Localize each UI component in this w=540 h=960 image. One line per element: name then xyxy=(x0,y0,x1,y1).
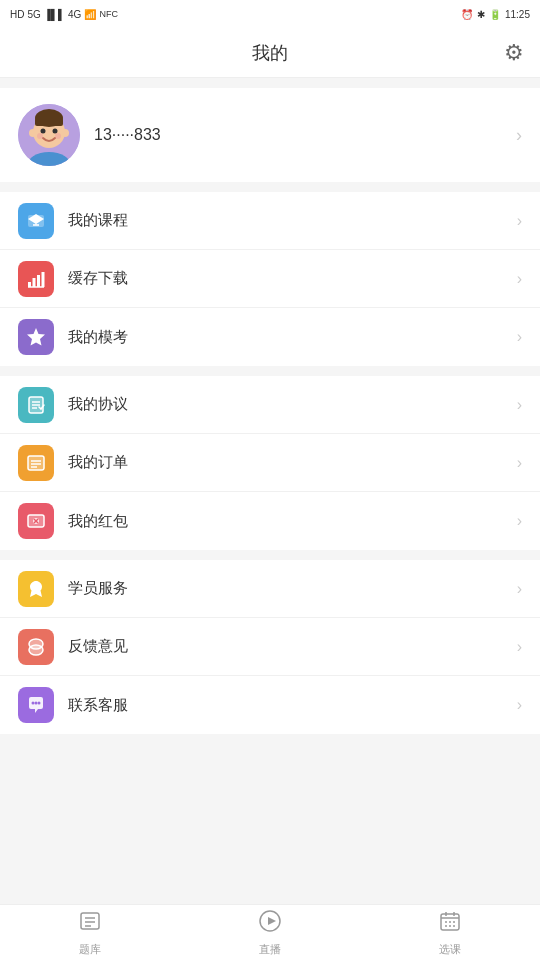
settings-icon[interactable]: ⚙ xyxy=(504,40,524,66)
my-order-label: 我的订单 xyxy=(68,453,517,472)
contact-service-label: 联系客服 xyxy=(68,696,517,715)
menu-item-my-course[interactable]: 我的课程 › xyxy=(0,192,540,250)
svg-point-7 xyxy=(53,129,58,134)
menu-item-my-order[interactable]: 我的订单 › xyxy=(0,434,540,492)
question-bank-tab-label: 题库 xyxy=(79,942,101,957)
status-bar: HD 5G ▐▌▌ 4G 📶 NFC ⏰ ✱ 🔋 11:25 xyxy=(0,0,540,28)
contact-service-icon xyxy=(18,687,54,723)
tab-select-course[interactable]: 选课 xyxy=(360,909,540,957)
bluetooth-icon: ✱ xyxy=(477,9,485,20)
signal-bars: ▐▌▌ xyxy=(44,9,65,20)
menu-item-my-coupon[interactable]: 我的红包 › xyxy=(0,492,540,550)
svg-point-5 xyxy=(61,129,69,137)
student-service-icon xyxy=(18,571,54,607)
svg-point-38 xyxy=(32,702,35,705)
page-title: 我的 xyxy=(252,41,288,65)
tab-question-bank[interactable]: 题库 xyxy=(0,909,180,957)
nfc-icon: NFC xyxy=(99,9,118,19)
avatar xyxy=(18,104,80,166)
my-coupon-label: 我的红包 xyxy=(68,512,517,531)
menu-item-feedback[interactable]: 反馈意见 › xyxy=(0,618,540,676)
feedback-icon xyxy=(18,629,54,665)
my-agreement-chevron-icon: › xyxy=(517,396,522,414)
svg-marker-46 xyxy=(268,917,276,925)
live-icon xyxy=(258,909,282,939)
status-left: HD 5G ▐▌▌ 4G 📶 NFC xyxy=(10,9,118,20)
my-agreement-icon xyxy=(18,387,54,423)
menu-item-my-exam[interactable]: 我的模考 › xyxy=(0,308,540,366)
menu-item-cache-download[interactable]: 缓存下载 › xyxy=(0,250,540,308)
svg-rect-15 xyxy=(33,278,36,287)
page-header: 我的 ⚙ xyxy=(0,28,540,78)
profile-phone: 13·····833 xyxy=(94,126,516,144)
svg-point-4 xyxy=(29,129,37,137)
my-coupon-chevron-icon: › xyxy=(517,512,522,530)
svg-rect-13 xyxy=(36,220,37,225)
cache-download-chevron-icon: › xyxy=(517,270,522,288)
live-tab-label: 直播 xyxy=(259,942,281,957)
my-exam-icon xyxy=(18,319,54,355)
menu-item-my-agreement[interactable]: 我的协议 › xyxy=(0,376,540,434)
my-course-icon xyxy=(18,203,54,239)
battery-icon: 🔋 xyxy=(489,9,501,20)
my-order-icon xyxy=(18,445,54,481)
alarm-icon: ⏰ xyxy=(461,9,473,20)
my-exam-label: 我的模考 xyxy=(68,328,517,347)
cache-download-label: 缓存下载 xyxy=(68,269,517,288)
student-service-label: 学员服务 xyxy=(68,579,517,598)
menu-group-3: 学员服务 › 反馈意见 › xyxy=(0,560,540,734)
student-service-chevron-icon: › xyxy=(517,580,522,598)
select-course-icon xyxy=(438,909,462,939)
my-coupon-icon xyxy=(18,503,54,539)
tab-live[interactable]: 直播 xyxy=(180,909,360,957)
divider-2 xyxy=(0,366,540,376)
my-course-label: 我的课程 xyxy=(68,211,517,230)
tab-bar: 题库 直播 选课 xyxy=(0,904,540,960)
svg-rect-17 xyxy=(42,272,45,287)
signal-5g: 5G xyxy=(27,9,40,20)
time-display: 11:25 xyxy=(505,9,530,20)
my-agreement-label: 我的协议 xyxy=(68,395,517,414)
status-right: ⏰ ✱ 🔋 11:25 xyxy=(461,9,530,20)
signal-4g: 4G xyxy=(68,9,81,20)
my-order-chevron-icon: › xyxy=(517,454,522,472)
my-exam-chevron-icon: › xyxy=(517,328,522,346)
svg-point-39 xyxy=(35,702,38,705)
menu-group-2: 我的协议 › 我的订单 › xyxy=(0,376,540,550)
profile-section[interactable]: 13·····833 › xyxy=(0,88,540,182)
svg-rect-3 xyxy=(35,118,63,126)
svg-rect-16 xyxy=(37,275,40,287)
profile-chevron-icon: › xyxy=(516,125,522,146)
feedback-label: 反馈意见 xyxy=(68,637,517,656)
feedback-chevron-icon: › xyxy=(517,638,522,656)
svg-rect-24 xyxy=(28,456,44,470)
question-bank-icon xyxy=(78,909,102,939)
my-course-chevron-icon: › xyxy=(517,212,522,230)
svg-point-9 xyxy=(55,133,61,139)
svg-point-8 xyxy=(37,133,43,139)
network-indicator: HD xyxy=(10,9,24,20)
select-course-tab-label: 选课 xyxy=(439,942,461,957)
menu-item-student-service[interactable]: 学员服务 › xyxy=(0,560,540,618)
divider-3 xyxy=(0,550,540,560)
wifi-icon: 📶 xyxy=(84,9,96,20)
svg-point-6 xyxy=(41,129,46,134)
menu-item-contact-service[interactable]: 联系客服 › xyxy=(0,676,540,734)
menu-group-1: 我的课程 › 缓存下载 › 我的模考 › xyxy=(0,192,540,366)
svg-point-40 xyxy=(38,702,41,705)
cache-download-icon xyxy=(18,261,54,297)
divider-1 xyxy=(0,182,540,192)
contact-service-chevron-icon: › xyxy=(517,696,522,714)
